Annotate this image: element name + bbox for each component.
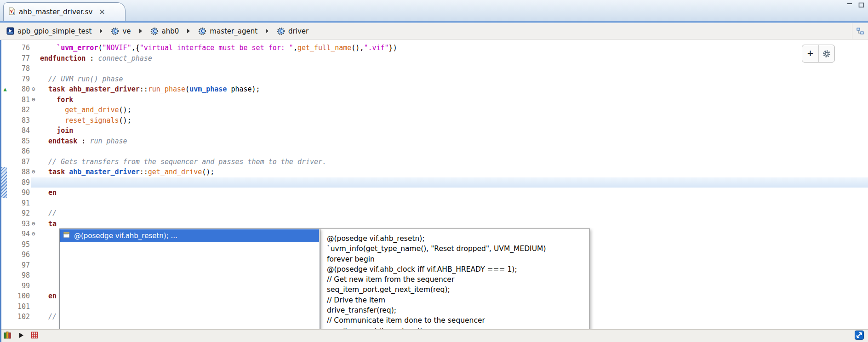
code-line-88[interactable]: 88⊖ task ahb_master_driver::get_and_driv… — [1, 167, 868, 177]
marker-column — [1, 53, 9, 64]
tab-close-icon[interactable]: × — [99, 8, 105, 16]
code-line-76[interactable]: 76 `uvm_error("NOVIF",{"virtual interfac… — [1, 43, 868, 53]
code-line-84[interactable]: 84 join — [1, 125, 868, 136]
code-text: // — [40, 208, 57, 219]
code-line-78[interactable]: 78 — [1, 63, 868, 74]
code-line-77[interactable]: 77endfunction : connect_phase — [1, 53, 868, 64]
svg-text:C: C — [153, 28, 156, 34]
marker-column — [1, 105, 9, 115]
fold-collapse-icon[interactable]: ⊖ — [31, 219, 40, 229]
code-text: task ahb_master_driver::get_and_drive(); — [40, 167, 214, 177]
marker-column — [1, 136, 9, 147]
code-line-87[interactable]: 87 // Gets transfers from the sequencer … — [1, 157, 868, 167]
preview-code-line: seq_item_port.item_done(); — [327, 326, 589, 329]
preview-code-line: forever begin — [327, 254, 589, 264]
line-number: 92 — [9, 208, 31, 219]
code-editor[interactable]: 76 `uvm_error("NOVIF",{"virtual interfac… — [0, 40, 868, 329]
fold-column — [31, 105, 40, 115]
fold-collapse-icon[interactable]: ⊖ — [31, 84, 40, 95]
sv-file-icon — [8, 7, 16, 17]
fold-column — [31, 157, 40, 167]
line-number: 88 — [9, 167, 31, 177]
code-line-90[interactable]: 90 en — [1, 188, 868, 198]
code-line-79[interactable]: 79 // UVM run() phase — [1, 74, 868, 85]
fold-collapse-icon[interactable]: ⊖ — [31, 167, 40, 177]
code-text: get_and_drive(); — [40, 105, 131, 115]
fold-column — [31, 43, 40, 53]
template-proposal-icon — [63, 232, 70, 240]
code-text: // — [40, 312, 57, 322]
breadcrumb-label: driver — [288, 27, 308, 35]
breadcrumb-item-master_agent[interactable]: Cmaster_agent — [196, 26, 259, 36]
preview-code-line: `uvm_info(get_type_name(), "Reset droppe… — [327, 244, 589, 254]
grid-icon[interactable] — [31, 331, 38, 341]
fold-collapse-icon[interactable]: ⊖ — [31, 95, 40, 105]
marker-column — [1, 312, 9, 322]
code-line-86[interactable]: 86 — [1, 146, 868, 157]
breadcrumb-label: apb_gpio_simple_test — [17, 27, 91, 35]
code-line-91[interactable]: 91 — [1, 198, 868, 209]
breadcrumb-item-ahb0[interactable]: Cahb0 — [148, 26, 181, 36]
code-text: `uvm_error("NOVIF",{"virtual interface m… — [40, 43, 397, 53]
fold-column — [31, 270, 40, 281]
maximize-icon[interactable] — [858, 2, 864, 8]
marker-column — [1, 63, 9, 74]
fold-column — [31, 281, 40, 291]
code-line-81[interactable]: 81⊖ fork — [1, 95, 868, 105]
fold-column — [31, 239, 40, 250]
marker-column — [1, 239, 9, 250]
breadcrumb: apb_gpio_simple_testCveCahb0Cmaster_agen… — [0, 23, 868, 40]
breadcrumb-item-ve[interactable]: Cve — [109, 26, 132, 36]
code-line-89[interactable]: 89 — [1, 177, 868, 188]
line-number: 77 — [9, 53, 31, 64]
fold-column — [31, 136, 40, 147]
svg-text:C: C — [201, 28, 204, 34]
code-line-93[interactable]: 93⊖ ta — [1, 219, 868, 229]
marker-column — [1, 302, 9, 312]
breadcrumb-separator-icon — [99, 28, 103, 34]
code-text: reset_signals(); — [40, 115, 131, 126]
marker-column — [1, 260, 9, 271]
minimize-icon[interactable] — [847, 2, 853, 8]
code-text: en — [40, 291, 57, 302]
detach-view-icon[interactable] — [855, 331, 864, 342]
breadcrumb-separator-icon — [187, 28, 190, 34]
breadcrumb-item-apb_gpio_simple_test[interactable]: apb_gpio_simple_test — [5, 26, 93, 36]
breadcrumb-item-driver[interactable]: Cdriver — [275, 26, 310, 36]
code-line-85[interactable]: 85 endtask : run_phase — [1, 136, 868, 147]
build-console-icon[interactable] — [4, 331, 12, 341]
run-icon[interactable] — [19, 331, 24, 340]
preview-code-line: // Communicate item done to the sequence… — [327, 315, 589, 325]
fold-column — [31, 291, 40, 302]
code-line-82[interactable]: 82 get_and_drive(); — [1, 105, 868, 115]
proposal-item-selected[interactable]: @(posedge vif.ahb_resetn); ... — [60, 229, 319, 242]
line-number: 79 — [9, 74, 31, 85]
code-line-80[interactable]: ▲80⊖ task ahb_master_driver::run_phase(u… — [1, 84, 868, 95]
line-number: 99 — [9, 281, 31, 291]
line-number: 95 — [9, 239, 31, 250]
fold-column — [31, 198, 40, 209]
fold-column — [31, 208, 40, 219]
line-number: 87 — [9, 157, 31, 167]
code-line-83[interactable]: 83 reset_signals(); — [1, 115, 868, 126]
marker-column — [1, 125, 9, 136]
preview-code-line: // Get new item from the sequencer — [327, 274, 589, 285]
marker-column — [1, 95, 9, 105]
editor-toolbar: + — [802, 45, 835, 63]
marker-column — [1, 250, 9, 260]
settings-gear-button[interactable] — [818, 45, 834, 62]
class-icon: C — [198, 27, 206, 35]
add-button[interactable]: + — [802, 45, 818, 62]
hierarchy-icon[interactable] — [852, 23, 868, 39]
marker-column — [1, 291, 9, 302]
breadcrumb-separator-icon — [139, 28, 143, 34]
preview-code-line: // Drive the item — [327, 295, 589, 305]
editor-left-border — [0, 40, 1, 342]
code-line-92[interactable]: 92 // — [1, 208, 868, 219]
fold-collapse-icon[interactable]: ⊖ — [31, 229, 40, 239]
tab-ahb-master-driver[interactable]: ahb_master_driver.sv × — [3, 2, 126, 21]
preview-code-line: @(posedge vif.ahb_resetn); — [327, 234, 589, 244]
fold-column — [31, 188, 40, 198]
code-text: fork — [40, 95, 73, 105]
fold-column — [31, 302, 40, 312]
